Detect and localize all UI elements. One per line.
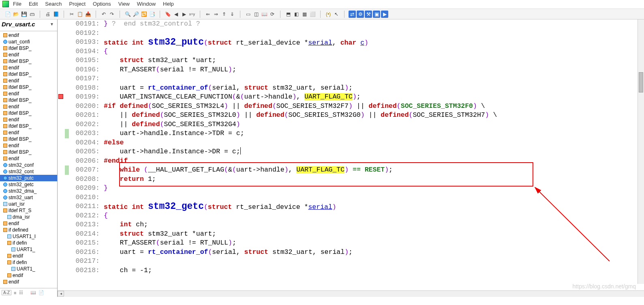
menu-help[interactable]: Help — [163, 1, 174, 7]
sidebar-item[interactable]: endif — [0, 253, 57, 259]
sidebar-item[interactable]: endif — [0, 272, 57, 279]
code-text[interactable]: struct stm32_uart *uart; — [102, 230, 644, 239]
code-line[interactable]: 00210: — [58, 193, 644, 202]
sidebar-item[interactable]: uart_confi — [0, 39, 57, 45]
maximize-icon[interactable]: ⬜ — [309, 11, 316, 18]
code-line[interactable]: 00203: uart->handle.Instance->TDR = c; — [58, 129, 644, 138]
book-icon[interactable]: 📘 — [52, 11, 60, 18]
tile-h-icon[interactable]: ⬒ — [285, 11, 292, 18]
sidebar-item[interactable]: ifdef BSP_ — [0, 58, 57, 64]
gutter-cell[interactable] — [58, 74, 71, 84]
menu-search[interactable]: Search — [45, 1, 62, 7]
menu-edit[interactable]: Edit — [29, 1, 38, 7]
code-text[interactable]: static int stm32_putc(struct rt_serial_d… — [102, 38, 644, 47]
paste-icon[interactable]: 📥 — [84, 11, 92, 18]
sidebar-item[interactable]: if defin — [0, 240, 57, 246]
code-text[interactable]: return 1; — [102, 175, 644, 184]
code-line[interactable]: 00195: struct stm32_uart *uart; — [58, 56, 644, 65]
gutter-cell[interactable] — [58, 147, 71, 157]
code-text[interactable]: #endif — [102, 157, 644, 166]
paren-icon[interactable]: (•) — [325, 11, 332, 18]
scrollbar-thumb[interactable] — [639, 72, 643, 92]
sidebar-item[interactable]: stm32_getc — [0, 181, 57, 188]
sidebar-item[interactable]: ifdef BSP_ — [0, 149, 57, 155]
code-text[interactable]: } ? end stm32_control ? — [102, 19, 644, 29]
sidebar-item[interactable]: endif — [0, 32, 57, 39]
gutter-cell[interactable] — [58, 230, 71, 239]
code-line[interactable]: 00214: struct stm32_uart *uart; — [58, 230, 644, 239]
nav-fwd-icon[interactable]: ⇒ — [212, 11, 220, 18]
scroll-left-button[interactable]: ◂ — [58, 291, 64, 296]
sidebar-item[interactable]: endif — [0, 279, 57, 285]
stop-icon[interactable]: ▣ — [373, 11, 380, 18]
code-line[interactable]: 00191:} ? end stm32_control ? — [58, 19, 644, 29]
tree-icon[interactable]: ☷ — [19, 290, 23, 295]
gutter-cell[interactable] — [58, 248, 71, 257]
sidebar-item[interactable]: ifdef BSP_ — [0, 110, 57, 116]
code-line[interactable]: 00213: int ch; — [58, 220, 644, 230]
code-text[interactable]: RT_ASSERT(serial != RT_NULL); — [102, 65, 644, 75]
code-line[interactable]: 00199: UART_INSTANCE_CLEAR_FUNCTION(&(ua… — [58, 92, 644, 102]
sidebar-item[interactable]: endif — [0, 77, 57, 84]
sync-icon[interactable]: ⇄ — [349, 11, 356, 18]
cursor-icon[interactable]: ↖ — [333, 11, 340, 18]
code-line[interactable]: 00201: || defined(SOC_SERIES_STM32L0) ||… — [58, 111, 644, 120]
sidebar-item[interactable]: endif — [0, 116, 57, 123]
menu-view[interactable]: View — [118, 1, 130, 7]
sidebar-item[interactable]: endif — [0, 155, 57, 162]
code-text[interactable]: struct stm32_uart *uart; — [102, 56, 644, 65]
refresh-icon[interactable]: ⟳ — [269, 11, 276, 18]
gutter-cell[interactable] — [58, 266, 71, 275]
bookmark-prev-icon[interactable]: ◀ — [172, 11, 180, 18]
sidebar-item[interactable]: endif — [0, 90, 57, 97]
window2-icon[interactable]: ◫ — [252, 11, 260, 18]
code-text[interactable]: #else — [102, 138, 644, 148]
sort-az-button[interactable]: A-Z — [2, 290, 11, 295]
gutter-cell[interactable] — [58, 220, 71, 230]
replace-icon[interactable]: 🔁 — [140, 11, 148, 18]
breakpoint-icon[interactable] — [58, 94, 63, 99]
symbol-tree[interactable]: endifuart_confiifdef BSP_endififdef BSP_… — [0, 31, 57, 288]
gutter-cell[interactable] — [58, 138, 71, 148]
sidebar-item[interactable]: endif — [0, 129, 57, 136]
save-all-icon[interactable]: 🗃 — [28, 11, 36, 18]
code-editor[interactable]: 00191:} ? end stm32_control ?00192:00193… — [58, 19, 644, 290]
gutter-cell[interactable] — [58, 211, 71, 221]
save-icon[interactable]: 💾 — [20, 11, 28, 18]
book-small-icon[interactable]: 📖 — [30, 290, 36, 295]
code-text[interactable]: UART_INSTANCE_CLEAR_FUNCTION(&(uart->han… — [102, 92, 644, 102]
menu-project[interactable]: Project — [69, 1, 86, 7]
sidebar-item[interactable]: stm32_conf — [0, 162, 57, 168]
sidebar-item[interactable]: if defin — [0, 259, 57, 266]
gutter-cell[interactable] — [58, 257, 71, 266]
code-text[interactable]: while (__HAL_UART_GET_FLAG(&(uart->handl… — [102, 165, 644, 175]
sidebar-item[interactable]: stm32_cont — [0, 168, 57, 175]
code-text[interactable]: || defined(SOC_SERIES_STM32G4) — [102, 120, 644, 129]
code-text[interactable]: uart->handle.Instance->TDR = c; — [102, 129, 644, 138]
undo-icon[interactable]: ↶ — [100, 11, 107, 18]
sidebar-item[interactable]: endif — [0, 52, 57, 58]
code-text[interactable]: ch = -1; — [102, 266, 644, 275]
code-line[interactable]: 00209:} — [58, 184, 644, 193]
gutter-cell[interactable] — [58, 184, 71, 193]
sidebar-item[interactable]: ifdef BSP_ — [0, 84, 57, 90]
sidebar-item[interactable]: ifdef BSP_ — [0, 123, 57, 129]
sidebar-item[interactable]: endif — [0, 64, 57, 71]
new-icon[interactable]: 📄 — [4, 11, 11, 18]
code-line[interactable]: 00216: uart = rt_container_of(serial, st… — [58, 248, 644, 257]
page-small-icon[interactable]: 📄 — [39, 290, 44, 295]
nav-down-icon[interactable]: ⇓ — [229, 11, 236, 18]
gutter-cell[interactable] — [58, 111, 71, 120]
gutter-cell[interactable] — [58, 19, 71, 29]
sidebar-item[interactable]: endif — [0, 142, 57, 149]
nav-back-icon[interactable]: ⇐ — [204, 11, 212, 18]
sidebar-item[interactable]: endif — [0, 103, 57, 110]
run-icon[interactable]: ▶ — [381, 11, 388, 18]
code-line[interactable]: 00204:#else — [58, 138, 644, 148]
gutter-cell[interactable] — [58, 193, 71, 202]
menu-window[interactable]: Window — [137, 1, 156, 7]
code-line[interactable]: 00205: uart->handle.Instance->DR = c; — [58, 147, 644, 157]
sidebar-item[interactable]: UART1_ — [0, 266, 57, 272]
code-text[interactable] — [102, 29, 644, 38]
gutter-cell[interactable] — [58, 84, 71, 93]
